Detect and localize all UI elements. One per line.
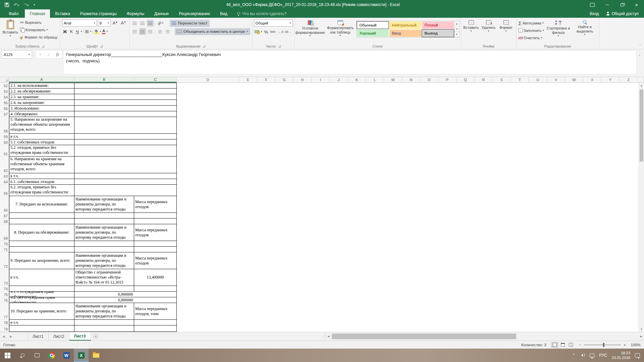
row-header-57[interactable]: 57 (0, 111, 9, 117)
ribbon-tab-Файл[interactable]: Файл (3, 9, 25, 18)
align-center-button[interactable] (139, 28, 146, 35)
tab-splitter-handle[interactable]: ⋮ (322, 332, 325, 341)
fill-button[interactable]: ↓Заполнить▾ (518, 27, 545, 34)
column-header-A[interactable]: A (9, 77, 74, 82)
row-header-70[interactable]: 70 (0, 241, 9, 247)
row-header-60[interactable]: 60 (0, 139, 9, 145)
align-middle-button[interactable] (139, 20, 146, 26)
taskbar-button-chrome[interactable] (44, 349, 59, 362)
row-header-58[interactable]: 58 (0, 117, 9, 134)
cell-C67[interactable] (134, 213, 177, 219)
cell-B53[interactable] (74, 88, 177, 94)
cell-C70[interactable] (134, 241, 177, 247)
taskbar-button-explorer[interactable] (89, 349, 103, 362)
cell-B64[interactable] (74, 179, 177, 185)
cell-B62[interactable] (74, 157, 177, 173)
row-header-56[interactable]: 56 (0, 106, 9, 111)
sheet-tab-Лист3[interactable]: Лист3 (69, 332, 91, 341)
cell-C71[interactable] (134, 247, 177, 252)
comma-style-button[interactable]: 000 (270, 30, 275, 34)
row-header-54[interactable]: 54 (0, 94, 9, 100)
cell-A79[interactable] (9, 325, 74, 332)
format-cells-button[interactable]: ↔ Формат▾ (497, 19, 515, 33)
cell-B57[interactable] (74, 111, 177, 117)
cell-A68[interactable] (9, 219, 74, 224)
wrap-text-button[interactable]: Перенести текст (170, 20, 210, 27)
style-Нейтральный[interactable]: Нейтральный (389, 21, 422, 29)
cell-A76[interactable]: 9.2. без отчуждения права собственности: (9, 297, 74, 303)
cell-B56[interactable] (74, 106, 177, 111)
scroll-up-icon[interactable]: ▲ (639, 83, 644, 88)
cell-A74[interactable] (9, 286, 74, 292)
style-Плохой[interactable]: Плохой (422, 21, 454, 29)
row-header-55[interactable]: 55 (0, 100, 9, 106)
cell-A57[interactable]: 4. Обезврежено: (9, 111, 74, 117)
delete-cells-button[interactable]: × Удалить▾ (480, 19, 497, 33)
increase-decimal-button[interactable]: ←,0 (278, 30, 283, 34)
row-header-65[interactable]: 65 (0, 185, 9, 196)
close-button[interactable]: × (629, 0, 644, 9)
row-header-67[interactable]: 67 (0, 213, 9, 219)
orientation-button[interactable]: ab▾ (157, 20, 164, 26)
shrink-font-button[interactable]: А▼ (120, 20, 127, 25)
cell-C72[interactable]: Масса переданных отходов (134, 252, 177, 269)
ribbon-tab-Вид[interactable]: Вид (215, 9, 232, 18)
zoom-slider[interactable] (584, 345, 621, 345)
taskbar-button-task-view[interactable] (30, 349, 44, 362)
language-indicator[interactable]: РУС (599, 353, 607, 358)
cancel-entry-icon[interactable]: × (36, 52, 45, 57)
row-header-79[interactable]: 79 (0, 325, 9, 332)
column-header-N[interactable]: N (402, 77, 420, 82)
cell-B55[interactable] (74, 100, 177, 106)
normal-view-button[interactable] (551, 342, 558, 348)
page-layout-view-button[interactable] (559, 342, 567, 348)
sheet-tab-Лист1[interactable]: Лист1 (28, 332, 49, 341)
column-header-V[interactable]: V (547, 77, 565, 82)
autosum-button[interactable]: ΣАвтосумма▾ (518, 19, 545, 27)
column-header-T[interactable]: T (511, 77, 529, 82)
find-select-button[interactable]: Найти и выделить▾ (572, 19, 598, 36)
sort-filter-button[interactable]: АЯ Сортировка и фильтр▾ (545, 19, 572, 37)
cell-A53[interactable]: 2.2. на обезвреживание: (9, 88, 74, 94)
zoom-level-label[interactable]: 100% (629, 343, 641, 347)
conditional-formatting-button[interactable]: Условное форматирование▾ (296, 19, 325, 37)
cell-A59[interactable]: в т.ч. (9, 134, 74, 139)
column-header-B[interactable]: B (74, 77, 134, 82)
taskbar-button-start[interactable] (0, 349, 15, 362)
fill-color-button[interactable] (94, 29, 99, 34)
percent-style-button[interactable]: % (263, 29, 269, 35)
tell-me-box[interactable]: Что вы хотите сделать? (232, 9, 291, 18)
number-format-combo[interactable]: Общий▾ (254, 19, 293, 26)
cell-A65[interactable]: 6.2. отходов, принятых без отчуждения пр… (9, 185, 74, 196)
zoom-in-icon[interactable]: + (624, 343, 626, 347)
row-header-73[interactable]: 73 (0, 269, 9, 286)
add-sheet-button[interactable]: + (91, 332, 101, 341)
vertical-scroll-thumb[interactable] (640, 89, 643, 162)
row-header-66[interactable]: 66 (0, 196, 9, 213)
undo-icon[interactable]: ↶▾ (14, 2, 19, 7)
row-header-61[interactable]: 61 (0, 145, 9, 157)
row-header-59[interactable]: 59 (0, 134, 9, 139)
row-header-64[interactable]: 64 (0, 179, 9, 185)
column-header-C[interactable]: C (134, 77, 177, 82)
style-Хороший[interactable]: Хороший (357, 29, 389, 37)
cell-A64[interactable]: 6.1. собственных отходов: (9, 179, 74, 185)
decrease-indent-button[interactable] (157, 28, 163, 35)
grow-font-button[interactable]: А▲ (112, 20, 119, 25)
gallery-more-icon[interactable]: ▼ (454, 32, 459, 37)
insert-function-icon[interactable]: fx (53, 52, 62, 57)
cell-B69[interactable]: Наименование организации и реквизиты дог… (74, 224, 134, 241)
clear-button[interactable]: Очистить▾ (518, 34, 545, 42)
taskbar-button-search[interactable] (15, 349, 30, 362)
gallery-down-icon[interactable]: ▼ (454, 26, 459, 32)
scroll-right-icon[interactable]: ▶ (639, 335, 644, 338)
ribbon-display-options-button[interactable] (585, 0, 600, 9)
cell-B71[interactable] (74, 247, 134, 252)
horizontal-scroll-thumb[interactable] (332, 334, 516, 339)
cell-B78[interactable] (74, 320, 134, 325)
bold-button[interactable]: Ж (62, 29, 68, 34)
cell-B68[interactable] (74, 219, 134, 224)
cell-B60[interactable] (74, 139, 177, 145)
alignment-dialog-launcher[interactable] (203, 45, 205, 48)
zoom-slider-thumb[interactable] (603, 343, 604, 347)
